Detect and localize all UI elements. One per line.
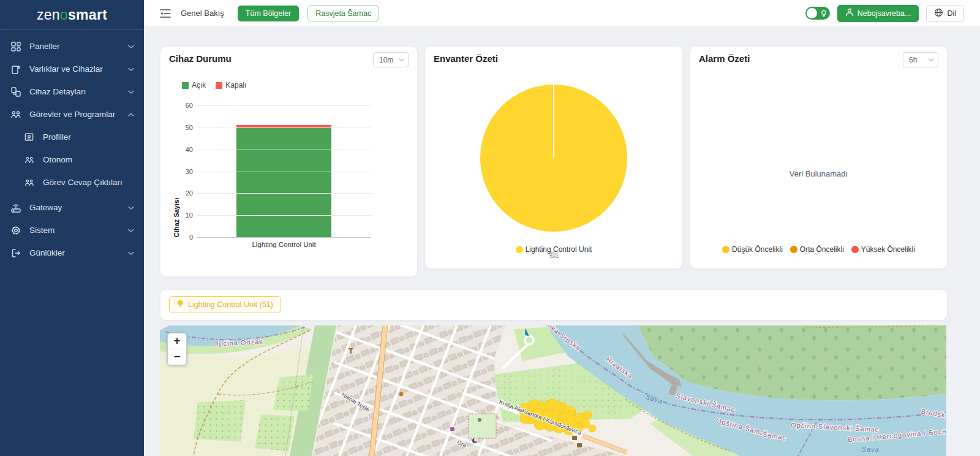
sidebar-item-varliklar[interactable]: Varlıklar ve Cihazlar — [0, 58, 144, 80]
chevron-down-icon — [128, 42, 134, 51]
legend-label: Yüksek Öncelikli — [861, 245, 915, 254]
map-container[interactable]: Općina Odžak lika Srpska Hrvatska Sava S… — [160, 325, 946, 456]
chevron-down-icon — [128, 226, 134, 235]
sidebar-item-label: Profiller — [43, 132, 71, 142]
time-range-select[interactable]: 6h — [903, 52, 938, 67]
sidebar-divider — [0, 29, 144, 30]
chevron-up-icon — [128, 110, 134, 119]
legend-dot — [516, 246, 523, 253]
language-label: Dil — [947, 9, 956, 18]
chevron-down-icon — [128, 248, 134, 257]
sidebar-subitem-profiller[interactable]: Profiller — [0, 126, 144, 148]
map-label: Sava — [861, 445, 879, 453]
sidebar-item-gorevler[interactable]: Görevler ve Programlar — [0, 103, 144, 126]
legend-item-yuksek[interactable]: Yüksek Öncelikli — [851, 245, 915, 254]
y-tick-label: 40 — [177, 146, 193, 153]
sidebar-item-label: Varlıklar ve Cihazlar — [29, 64, 103, 74]
sidebar-item-sistem[interactable]: Sistem — [0, 219, 144, 241]
sidebar-subitem-otonom[interactable]: Otonom — [0, 148, 144, 171]
region-button[interactable]: Rasvjeta Šamac — [307, 6, 379, 21]
time-range-value: 10m — [379, 56, 393, 64]
card-title: Alarm Özeti — [699, 53, 750, 64]
sidebar: zenosmart Paneller Varlıklar ve Cihazlar… — [0, 0, 144, 456]
legend-item-dusuk[interactable]: Düşük Öncelikli — [722, 245, 783, 254]
y-tick-label: 30 — [177, 168, 193, 175]
map-canvas[interactable]: Općina Odžak lika Srpska Hrvatska Sava S… — [160, 325, 946, 456]
y-tick-label: 50 — [177, 124, 193, 131]
user-menu-button[interactable]: Nebojsavreba... — [837, 5, 919, 22]
zoom-in-button[interactable]: + — [168, 333, 186, 349]
router-icon — [10, 202, 21, 213]
sidebar-item-label: Otonom — [43, 155, 72, 164]
sidebar-item-label: Paneller — [29, 42, 60, 51]
chevron-down-icon — [128, 203, 134, 212]
devices-link-icon — [10, 86, 21, 97]
x-axis-category: Lighting Control Unit — [197, 241, 371, 248]
y-tick-label: 10 — [177, 211, 193, 219]
light-mode-toggle[interactable] — [805, 7, 830, 20]
legend-item-kapali[interactable]: Kapalı — [216, 81, 246, 89]
sidebar-subitem-gorev-cevap[interactable]: Görev Cevap Çıktıları — [0, 171, 144, 194]
map-base: Općina Odžak lika Srpska Hrvatska Sava S… — [160, 325, 946, 456]
y-tick-label: 60 — [177, 102, 193, 109]
inventory-pie-chart[interactable]: 51 — [480, 85, 627, 232]
sidebar-item-cihaz-detaylari[interactable]: Cihaz Detayları — [0, 80, 144, 103]
topbar: Genel Bakış Tüm Bölgeler Rasvjeta Šamac … — [144, 0, 980, 27]
gridline — [197, 215, 371, 216]
bar-segment-Açık[interactable] — [236, 127, 331, 237]
legend-dot — [851, 246, 859, 253]
legend-label: Açık — [192, 81, 206, 89]
pie-legend: Lighting Control Unit — [425, 245, 682, 254]
gridline — [197, 193, 371, 194]
sidebar-item-label: Görevler ve Programlar — [29, 110, 115, 119]
alarm-card: Alarm Özeti 6h Veri Bulunamadı Düşük Önc… — [690, 46, 948, 269]
bulb-icon — [177, 300, 184, 310]
chevron-down-icon — [128, 87, 134, 96]
card-title: Cihaz Durumu — [169, 53, 232, 64]
legend-item-acik[interactable]: Açık — [182, 81, 206, 89]
app-window: zenosmart Paneller Varlıklar ve Cihazlar… — [0, 0, 980, 456]
badge-icon — [23, 131, 35, 143]
device-tag-label: Lighting Control Unit (51) — [188, 300, 273, 309]
device-type-tag[interactable]: Lighting Control Unit (51) — [169, 296, 281, 313]
y-tick-label: 0 — [177, 234, 193, 241]
device-status-card: Cihaz Durumu 10m Açık Kapalı Cihaz Sayıs… — [160, 46, 418, 277]
gridline — [197, 237, 371, 238]
legend-item[interactable]: Lighting Control Unit — [516, 245, 592, 254]
legend-label: Düşük Öncelikli — [732, 245, 783, 254]
gridline — [197, 127, 371, 128]
legend-dot — [790, 246, 797, 253]
sidebar-item-paneller[interactable]: Paneller — [0, 35, 144, 58]
alarm-legend: Düşük Öncelikli Orta Öncelikli Yüksek Ön… — [690, 245, 947, 254]
sidebar-item-label: Sistem — [29, 226, 55, 235]
time-range-value: 6h — [909, 56, 917, 64]
sidebar-collapse-icon[interactable] — [160, 7, 172, 20]
legend-label: Kapalı — [225, 81, 246, 89]
language-button[interactable]: Dil — [926, 5, 964, 22]
user-name: Nebojsavreba... — [858, 9, 911, 18]
chevron-down-icon — [128, 64, 134, 74]
page-title: Genel Bakış — [181, 9, 224, 18]
sidebar-item-label: Gateway — [29, 203, 62, 212]
device-wifi-icon — [10, 63, 21, 75]
legend-dot — [722, 246, 729, 253]
globe-icon — [934, 8, 943, 19]
sidebar-item-label: Cihaz Detayları — [29, 87, 86, 96]
all-regions-button[interactable]: Tüm Bölgeler — [238, 6, 299, 21]
device-marker[interactable] — [583, 411, 592, 419]
zoom-out-button[interactable]: − — [168, 349, 186, 365]
sidebar-item-label: Görev Cevap Çıktıları — [43, 178, 123, 187]
legend-label: Lighting Control Unit — [526, 245, 592, 254]
app-logo: zenosmart — [0, 0, 144, 29]
sidebar-item-gunlukler[interactable]: Günlükler — [0, 241, 144, 264]
logo-part2: smart — [68, 7, 107, 23]
users-icon — [23, 177, 35, 188]
card-title: Envanter Özeti — [434, 53, 498, 64]
device-marker[interactable] — [589, 425, 596, 432]
time-range-select[interactable]: 10m — [373, 52, 409, 67]
toggle-knob — [807, 8, 817, 18]
legend-item-orta[interactable]: Orta Öncelikli — [790, 245, 844, 254]
sidebar-item-gateway[interactable]: Gateway — [0, 196, 144, 219]
dashboard-grid-icon — [10, 40, 21, 52]
legend-swatch — [182, 82, 189, 89]
